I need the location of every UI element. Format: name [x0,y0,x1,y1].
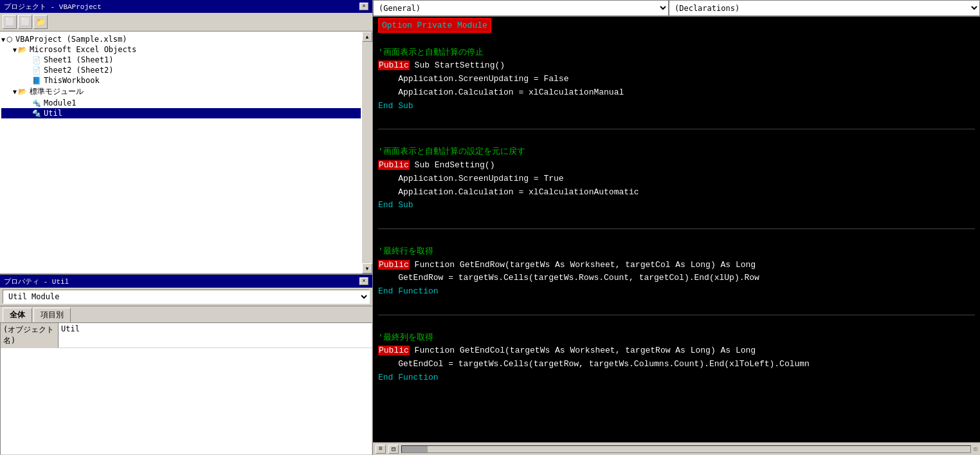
code-line [378,33,975,46]
expand-icon: ▼ [13,46,17,53]
toolbar-btn-3[interactable]: 📁 [33,15,48,29]
tab-all[interactable]: 全体 [3,308,32,322]
project-panel-title: プロジェクト - VBAProject [4,2,102,12]
code-line: End Sub [378,100,975,113]
code-normal-text: GetEndCol = targetWs.Cells(targetRow, ta… [378,359,810,369]
code-line: GetEndRow = targetWs.Cells(targetWs.Rows… [378,272,975,285]
properties-tabs: 全体 項目別 [0,306,372,322]
code-empty [378,115,383,124]
code-normal-text: Application.Calculation = xlCalculationM… [378,88,624,97]
properties-panel: プロパティ - Util × Util Module 全体 項目別 (オブジェク… [0,275,372,455]
code-decl-rest: Sub StartSetting() [410,60,505,70]
code-empty [378,133,383,143]
tree-item-module1[interactable]: 🔩Module1 [1,98,361,108]
code-editor[interactable]: Option Private Module '画面表示と自動計算の停止Publi… [373,17,980,442]
code-line: Option Private Module [378,19,975,33]
code-empty [378,214,383,223]
code-separator [378,129,975,129]
code-decl-rest: Sub EndSetting() [410,160,495,170]
props-label-objname: (オブジェクト名) [1,323,59,348]
code-line: '最終列を取得 [378,331,975,345]
code-line [378,411,975,425]
tree-item-label: Sheet2 (Sheet2) [44,66,113,75]
view-proc-icon[interactable]: ≡ [376,445,386,454]
code-line: Public Sub StartSetting() [378,59,975,73]
scroll-track [362,42,372,263]
code-panel: (General) (Declarations) Option Private … [373,0,980,455]
tree-type-icon: 📄 [32,56,41,64]
resize-handle[interactable]: ⊞ [974,445,977,453]
tree-item-modules[interactable]: ▼📂標準モジュール [1,86,361,98]
tree-item-sheet1[interactable]: 📄Sheet1 (Sheet1) [1,55,361,65]
code-bottom-bar: ≡ ⊟ ⊞ [373,442,980,455]
code-decl-rest: Function GetEndCol(targetWs As Worksheet… [410,346,756,355]
tree-item-excel-objects[interactable]: ▼📂Microsoft Excel Objects [1,44,361,55]
tree-type-icon: ⬡ [6,35,13,44]
project-tree[interactable]: ▼⬡VBAProject (Sample.xlsm)▼📂Microsoft Ex… [0,32,362,274]
project-toolbar: ⬜ ⬜ 📁 [0,13,372,32]
code-comment: '最終行を取得 [378,246,433,256]
code-line: '画面表示と自動計算の停止 [378,46,975,60]
code-end-keyword: End Sub [378,200,413,210]
scrollbar-thumb [402,446,428,452]
code-line [378,398,975,412]
code-line: Application.Calculation = xlCalculationA… [378,186,975,200]
view-module-icon[interactable]: ⊟ [388,445,399,454]
code-line: Public Sub EndSetting() [378,159,975,172]
code-line: End Sub [378,199,975,212]
properties-object-dropdown[interactable]: Util Module [3,290,370,304]
scroll-up-btn[interactable]: ▲ [362,32,372,42]
code-line: '最終行を取得 [378,245,975,259]
scroll-down-btn[interactable]: ▼ [362,263,372,274]
tree-item-thisworkbook[interactable]: 📘ThisWorkbook [1,75,361,86]
code-empty [378,300,383,310]
project-panel-titlebar: プロジェクト - VBAProject × [0,0,372,13]
code-empty [378,319,383,329]
project-panel: プロジェクト - VBAProject × ⬜ ⬜ 📁 ▼⬡VBAProject… [0,0,372,275]
public-keyword: Public [378,346,410,355]
properties-dropdown-row: Util Module [0,288,372,306]
code-line: Application.ScreenUpdating = True [378,172,975,186]
code-line: Public Function GetEndCol(targetWs As Wo… [378,344,975,358]
tree-item-label: Microsoft Excel Objects [30,45,136,54]
code-empty [378,413,383,422]
tree-item-util[interactable]: 🔩Util [1,108,361,118]
properties-title-bar: プロパティ - Util × [0,275,372,288]
code-empty [378,34,383,44]
tree-type-icon: 🔩 [32,109,41,118]
tree-type-icon: 📘 [32,77,41,85]
expand-icon: ▼ [13,88,17,95]
tree-type-icon: 📂 [18,88,27,96]
properties-close[interactable]: × [359,277,368,285]
declarations-dropdown[interactable]: (Declarations) [669,0,980,16]
code-line: Application.ScreenUpdating = False [378,73,975,86]
left-panel: プロジェクト - VBAProject × ⬜ ⬜ 📁 ▼⬡VBAProject… [0,0,373,455]
code-line: GetEndCol = targetWs.Cells(targetRow, ta… [378,358,975,371]
tree-item-label: Module1 [44,98,77,107]
code-normal-text: Application.ScreenUpdating = True [378,174,564,183]
project-panel-close[interactable]: × [359,3,368,10]
properties-content: (オブジェクト名) Util [0,322,372,455]
tree-item-sheet2[interactable]: 📄Sheet2 (Sheet2) [1,65,361,75]
code-line [378,385,975,398]
general-dropdown[interactable]: (General) [373,0,669,16]
code-line [378,132,975,145]
option-keyword: Option Private Module [378,18,491,33]
tree-type-icon: 📄 [32,66,41,75]
tree-item-vbaproject[interactable]: ▼⬡VBAProject (Sample.xlsm) [1,34,361,44]
tab-category[interactable]: 項目別 [33,308,71,322]
toolbar-btn-1[interactable]: ⬜ [3,15,17,29]
code-end-keyword: End Function [378,373,439,382]
project-scrollbar[interactable]: ▲ ▼ [362,32,372,274]
code-empty [378,400,383,409]
code-line: Public Function GetEndRow(targetWs As Wo… [378,259,975,272]
code-line: End Function [378,371,975,385]
horizontal-scrollbar[interactable] [401,445,971,453]
code-normal-text: Application.Calculation = xlCalculationA… [378,187,639,197]
props-value-objname: Util [59,323,372,348]
code-comment: '最終列を取得 [378,333,433,342]
code-normal-text: GetEndRow = targetWs.Cells(targetWs.Rows… [378,273,759,283]
code-normal-text: Application.ScreenUpdating = False [378,74,568,84]
code-separator [378,228,975,229]
toolbar-btn-2[interactable]: ⬜ [18,15,32,29]
